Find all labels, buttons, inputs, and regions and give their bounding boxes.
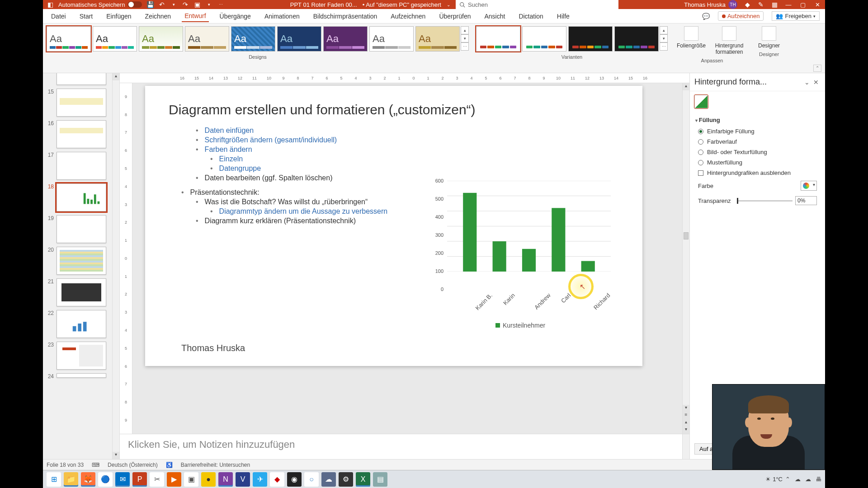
user-account[interactable]: Thomas Hruska TH: [684, 0, 737, 9]
close-button[interactable]: ✕: [813, 1, 821, 8]
transparency-slider[interactable]: [737, 200, 793, 202]
theme-2[interactable]: Aa: [93, 26, 137, 52]
fill-gradient-option[interactable]: Farbverlauf: [695, 136, 820, 147]
taskbar-obs[interactable]: ◉: [287, 472, 302, 487]
notes-pane[interactable]: Klicken Sie, um Notizen hinzuzufügen: [120, 434, 689, 459]
designer-button[interactable]: Designer: [756, 26, 782, 49]
tab-datei[interactable]: Datei: [48, 11, 69, 22]
redo-icon[interactable]: ↷: [182, 1, 189, 8]
tray-chevron-icon[interactable]: ⌃: [785, 476, 790, 483]
tab-ueberpruefen[interactable]: Überprüfen: [436, 11, 473, 22]
taskbar-chrome[interactable]: 🔵: [98, 472, 113, 487]
tab-ansicht[interactable]: Ansicht: [481, 11, 508, 22]
tab-dictation[interactable]: Dictation: [516, 11, 546, 22]
taskbar-settings[interactable]: ⚙: [339, 472, 353, 487]
start-button[interactable]: ⊞: [47, 472, 61, 487]
pane-fill-tab-icon[interactable]: [694, 95, 708, 108]
record-button[interactable]: Aufzeichnen: [718, 11, 764, 21]
taskbar-app5[interactable]: ☁: [321, 472, 336, 487]
theme-6[interactable]: Aa: [277, 26, 321, 52]
taskbar-app2[interactable]: ●: [201, 472, 216, 487]
tab-uebergaenge[interactable]: Übergänge: [217, 11, 254, 22]
thumb-scrollbar[interactable]: ▴▾: [112, 73, 119, 459]
tab-bildschirm[interactable]: Bildschirmpräsentation: [311, 11, 380, 22]
thumb-15[interactable]: [57, 89, 106, 117]
color-picker-button[interactable]: [801, 181, 817, 191]
hide-bg-graphics-option[interactable]: Hintergrundgrafiken ausblenden: [695, 168, 820, 178]
slide-canvas[interactable]: Diagramm erstellen und formatieren („cus…: [145, 86, 642, 366]
maximize-button[interactable]: ▢: [799, 1, 807, 8]
save-icon[interactable]: 💾: [146, 1, 154, 8]
taskbar-visual[interactable]: V: [236, 472, 250, 487]
theme-5[interactable]: Aa: [231, 26, 275, 52]
tab-einfuegen[interactable]: Einfügen: [104, 11, 134, 22]
undo-dropdown-icon[interactable]: ▾: [170, 1, 177, 8]
autosave-toggle[interactable]: Automatisches Speichern: [58, 1, 142, 8]
undo-icon[interactable]: ↶: [158, 1, 165, 8]
tab-aufzeichnen[interactable]: Aufzeichnen: [388, 11, 428, 22]
pane-dropdown-icon[interactable]: ⌄: [802, 79, 811, 86]
variant-2[interactable]: [522, 26, 566, 52]
taskbar-weather[interactable]: ☀ 1°C: [765, 476, 783, 483]
tab-start[interactable]: Start: [77, 11, 96, 22]
slide-title[interactable]: Diagramm erstellen und formatieren („cus…: [169, 102, 619, 117]
notes-scrollbar[interactable]: [682, 434, 689, 459]
theme-8[interactable]: Aa: [369, 26, 414, 52]
toggle-switch[interactable]: [127, 1, 142, 8]
system-tray[interactable]: ⌃ ☁ ☁ 🖶: [785, 476, 821, 483]
taskbar-powerpoint[interactable]: P: [132, 472, 147, 487]
thumb-23[interactable]: [57, 342, 106, 370]
thumb-21[interactable]: [57, 278, 106, 306]
variant-gallery-scroll[interactable]: ▴▾⋯: [660, 26, 668, 52]
fill-picture-option[interactable]: Bild- oder Texturfüllung: [695, 147, 820, 157]
save-location[interactable]: • Auf "diesem PC" gespeichert: [363, 1, 441, 8]
fill-header[interactable]: Füllung: [695, 114, 820, 126]
slide-size-button[interactable]: Foliengröße: [675, 26, 708, 55]
taskbar-telegram[interactable]: ✈: [253, 472, 267, 487]
taskbar-outlook[interactable]: ✉: [115, 472, 130, 487]
taskbar-app1[interactable]: ▣: [184, 472, 198, 487]
taskbar-snip[interactable]: ✂: [150, 472, 164, 487]
taskbar-explorer[interactable]: 📁: [64, 472, 78, 487]
fill-solid-option[interactable]: Einfarbige Füllung: [695, 126, 820, 136]
comments-icon[interactable]: 💬: [703, 13, 710, 20]
tab-entwurf[interactable]: Entwurf: [182, 10, 208, 22]
format-background-button[interactable]: Hintergrund formatieren: [709, 26, 749, 55]
taskbar-app6[interactable]: ▤: [373, 472, 387, 487]
taskbar-app3[interactable]: ◆: [270, 472, 284, 487]
taskbar-firefox[interactable]: 🦊: [81, 472, 95, 487]
docname-chevron-icon[interactable]: ⌄: [447, 2, 450, 7]
theme-gallery-scroll[interactable]: ▴▾⋯: [461, 26, 469, 52]
diamond-icon[interactable]: ◆: [744, 1, 751, 8]
tray-onedrive-icon[interactable]: ☁: [795, 476, 801, 483]
theme-4[interactable]: Aa: [185, 26, 229, 52]
status-language[interactable]: Deutsch (Österreich): [108, 462, 158, 468]
thumb-14[interactable]: [57, 73, 106, 85]
touch-mode-icon[interactable]: ▾: [205, 1, 212, 8]
thumb-16[interactable]: [57, 120, 106, 148]
status-accessibility[interactable]: Barrierefreiheit: Untersuchen: [181, 462, 250, 468]
thumb-17[interactable]: [57, 152, 106, 180]
calendar-icon[interactable]: ▦: [771, 1, 778, 8]
status-slide-position[interactable]: Folie 18 von 33: [47, 462, 84, 468]
theme-1[interactable]: Aa: [47, 26, 91, 52]
minimize-button[interactable]: —: [784, 1, 793, 8]
tab-animationen[interactable]: Animationen: [262, 11, 302, 22]
taskbar-onenote[interactable]: N: [218, 472, 233, 487]
tray-printer-icon[interactable]: 🖶: [816, 476, 821, 483]
variant-1[interactable]: [476, 26, 520, 52]
theme-9[interactable]: Aa: [415, 26, 460, 52]
tab-zeichnen[interactable]: Zeichnen: [142, 11, 174, 22]
presentation-start-icon[interactable]: ▣: [193, 1, 201, 8]
collapse-ribbon-button[interactable]: ⌃: [813, 65, 821, 72]
variant-3[interactable]: [568, 26, 613, 52]
canvas-vscroll[interactable]: ▴ ▾≡▴▾: [682, 83, 689, 434]
taskbar-vlc[interactable]: ▶: [167, 472, 181, 487]
share-button[interactable]: 👥Freigeben▾: [772, 11, 820, 21]
thumb-22[interactable]: [57, 310, 106, 338]
slide-canvas-area[interactable]: Diagramm erstellen und formatieren („cus…: [132, 83, 689, 434]
tray-cloud-icon[interactable]: ☁: [805, 476, 811, 483]
tab-hilfe[interactable]: Hilfe: [554, 11, 572, 22]
pen-icon[interactable]: ✎: [757, 1, 764, 8]
taskbar-excel[interactable]: X: [356, 472, 370, 487]
